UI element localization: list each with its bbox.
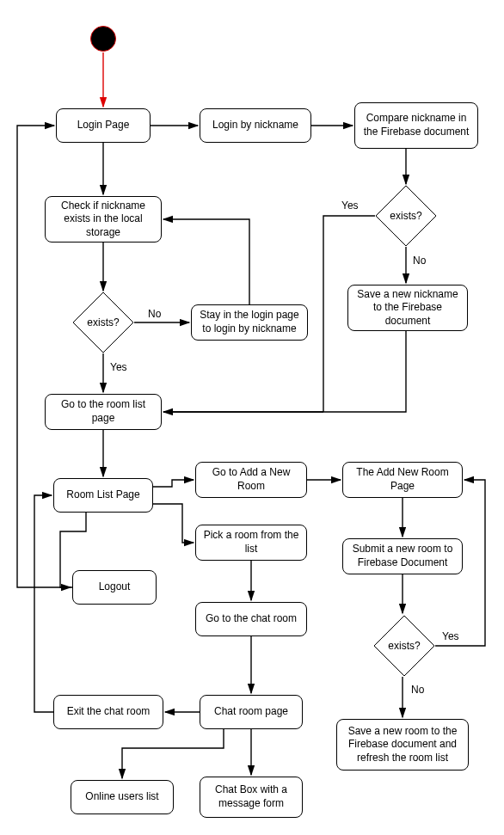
node-label: Save a new room to the Firebase document… [344,725,461,765]
decision-exists-3: exists? [373,615,435,677]
edge-label-yes: Yes [442,630,459,642]
node-add-room-page: The Add New Room Page [342,462,463,498]
node-label: Stay in the login page to login by nickn… [199,309,300,335]
node-save-room: Save a new room to the Firebase document… [336,719,469,771]
start-node [90,26,116,52]
node-label: Login Page [77,119,130,132]
node-login-by-nickname: Login by nickname [200,108,311,143]
node-label: Compare nickname in the Firebase documen… [362,112,470,138]
node-online-users: Online users list [71,780,174,814]
decision-label: exists? [87,316,119,328]
node-label: Chat room page [214,705,288,719]
node-label: Online users list [85,790,158,804]
node-label: Login by nickname [212,119,298,132]
decision-label: exists? [388,640,420,652]
node-label: Room List Page [66,488,139,502]
node-label: Go to the room list page [52,398,154,425]
node-chat-box: Chat Box with a message form [200,777,303,818]
node-check-local: Check if nickname exists in the local st… [45,196,162,243]
decision-exists-2: exists? [72,292,134,353]
node-go-room-list: Go to the room list page [45,394,162,430]
node-label: Go to Add a New Room [203,466,299,493]
node-chat-room-page: Chat room page [200,695,303,729]
node-login-page: Login Page [56,108,151,143]
edge-label-yes: Yes [110,361,127,373]
node-go-add-room: Go to Add a New Room [195,462,307,498]
node-label: Submit a new room to Firebase Document [350,543,455,569]
edge-label-no: No [411,684,424,696]
node-label: Check if nickname exists in the local st… [52,200,154,240]
edge-label-no: No [413,255,426,267]
node-go-chat-room: Go to the chat room [195,602,307,636]
edge-label-yes: Yes [341,200,359,212]
edge-label-no: No [148,308,161,320]
node-submit-room: Submit a new room to Firebase Document [342,538,463,574]
node-exit-chat: Exit the chat room [53,695,163,729]
node-label: Logout [99,580,131,594]
node-room-list-page: Room List Page [53,478,153,513]
node-label: Exit the chat room [67,705,151,719]
node-save-nickname: Save a new nickname to the Firebase docu… [347,285,468,331]
node-stay-login: Stay in the login page to login by nickn… [191,304,308,341]
node-label: Pick a room from the list [203,529,299,556]
decision-label: exists? [390,210,421,222]
decision-exists-1: exists? [375,185,437,247]
node-logout: Logout [72,570,157,605]
node-pick-room: Pick a room from the list [195,525,307,561]
node-label: The Add New Room Page [350,466,455,493]
node-label: Save a new nickname to the Firebase docu… [355,288,460,328]
node-label: Go to the chat room [206,612,297,626]
node-compare-nickname: Compare nickname in the Firebase documen… [354,102,478,149]
node-label: Chat Box with a message form [207,783,295,810]
